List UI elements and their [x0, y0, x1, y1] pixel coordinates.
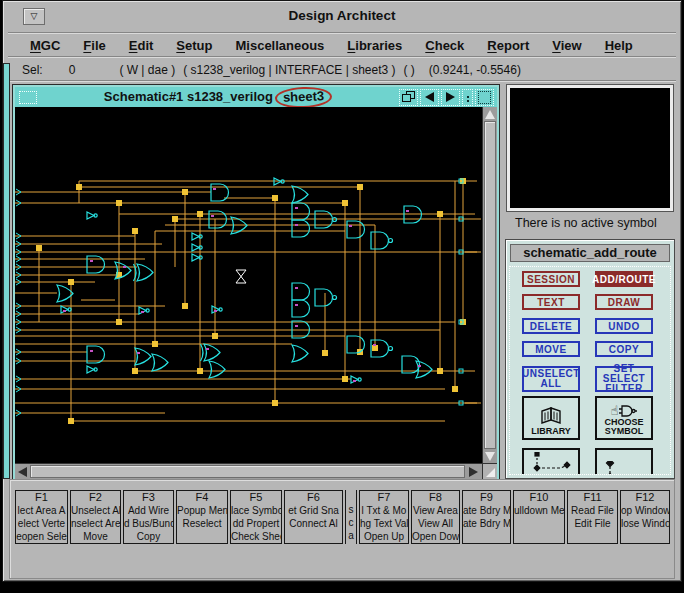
schematic-title: Schematic#1 s1238_verilogsheet3: [37, 87, 399, 108]
add-route-button[interactable]: ADD/ROUTE: [595, 271, 653, 287]
active-symbol-status: There is no active symbol: [507, 214, 673, 232]
vertical-scrollbar-thumb[interactable]: [484, 121, 496, 449]
window-menu-icon[interactable]: [19, 91, 37, 104]
left-arrow-icon[interactable]: [15, 464, 30, 479]
library-button[interactable]: LIBRARY: [522, 396, 580, 440]
menu-mgc[interactable]: MGC: [30, 38, 60, 53]
menu-edit[interactable]: Edit: [129, 38, 154, 53]
fkey-f5[interactable]: F5 lace Symbodd PropertCheck Shee: [230, 490, 282, 544]
menu-check[interactable]: Check: [425, 38, 464, 53]
triangle-down-icon: ▽: [31, 11, 38, 21]
menu-setup[interactable]: Setup: [176, 38, 212, 53]
right-arrow-icon[interactable]: [466, 464, 481, 479]
status-cursor-coordinates: (0.9241, -0.5546): [429, 63, 521, 77]
horizontal-scrollbar-thumb[interactable]: [30, 465, 465, 478]
cursor-glyph: [236, 270, 246, 283]
fkey-f9[interactable]: F9 ate Bdry Mate Bdry M: [462, 490, 511, 544]
active-symbol-preview: [507, 85, 673, 211]
menu-file[interactable]: File: [83, 38, 105, 53]
move-button[interactable]: MOVE: [522, 341, 580, 357]
unselect-all-button[interactable]: UNSELECT ALL: [522, 366, 580, 392]
schematic-drawing: [15, 107, 482, 463]
fkey-f7[interactable]: F7 l Txt & Mohg Text ValOpen Up: [359, 490, 409, 544]
selected-nets: [15, 181, 481, 421]
menu-miscellaneous[interactable]: Miscellaneous: [235, 38, 324, 53]
schematic-window: Schematic#1 s1238_verilogsheet3: [13, 85, 499, 481]
status-design-context: ( s1238_verilog | INTERFACE | sheet3 ): [183, 63, 395, 77]
palette-body: SESSION ADD/ROUTE TEXT DRAW DELETE UNDO …: [509, 266, 671, 475]
maximize-icon[interactable]: [475, 89, 494, 106]
add-bus-icon: [602, 461, 646, 475]
schematic-titlebar[interactable]: Schematic#1 s1238_verilogsheet3: [15, 87, 497, 108]
input-pins: [16, 189, 21, 416]
library-book-icon: [539, 406, 563, 426]
status-mode: ( W | dae ): [119, 63, 175, 77]
schematic-window-controls: [399, 89, 494, 106]
window-edge-accent: [3, 63, 10, 479]
down-arrow-icon[interactable]: [483, 449, 497, 463]
vertex-markers: [36, 178, 466, 424]
selection-count: 0: [69, 63, 76, 77]
up-arrow-icon[interactable]: [483, 107, 497, 121]
fkey-f1[interactable]: F1 lect Area Aelect Verteeopen Sele: [15, 490, 68, 544]
add-wire-button[interactable]: ADD: [522, 448, 580, 475]
selection-label: Sel:: [22, 63, 43, 77]
palette-title: schematic_add_route: [510, 244, 670, 262]
sheet3-red-ellipse-annotation: sheet3: [275, 86, 333, 109]
dots-icon[interactable]: [462, 89, 473, 106]
status-bar: Sel: 0 ( W | dae ) ( s1238_verilog | INT…: [8, 60, 676, 82]
fkey-f4[interactable]: F4 Popup MenReselect: [176, 490, 228, 544]
choose-symbol-hand-icon: ☝: [611, 404, 638, 417]
copy-button[interactable]: COPY: [595, 341, 653, 357]
choose-symbol-button[interactable]: ☝ CHOOSE SYMBOL: [595, 396, 653, 440]
window-menu-button[interactable]: ▽: [23, 8, 45, 25]
draw-button[interactable]: DRAW: [595, 294, 653, 310]
palette-window: schematic_add_route SESSION ADD/ROUTE TE…: [505, 239, 675, 479]
left-arrow-icon[interactable]: [420, 89, 439, 106]
fkey-f10[interactable]: F10 ulldown Me: [513, 490, 565, 544]
delete-button[interactable]: DELETE: [522, 318, 580, 334]
vertical-scrollbar[interactable]: [482, 107, 497, 463]
titlebar: ▽ Design Architect: [7, 4, 677, 26]
right-arrow-icon[interactable]: [441, 89, 460, 106]
right-panel: There is no active symbol schematic_add_…: [505, 85, 677, 481]
design-architect-window: ▽ Design Architect MGC File Edit Setup M…: [2, 0, 682, 582]
fkey-f3[interactable]: F3 Add Wired Bus/BundCopy: [123, 490, 174, 544]
window-title: Design Architect: [7, 8, 677, 23]
status-empty-group: ( ): [404, 63, 415, 77]
session-button[interactable]: SESSION: [522, 271, 580, 287]
fkey-f11[interactable]: F11 Read FileEdit File: [567, 490, 618, 544]
horizontal-scrollbar[interactable]: [15, 463, 482, 479]
function-key-panel: F1 lect Area Aelect Verteeopen Sele F2 U…: [9, 479, 675, 579]
fkey-f2[interactable]: F2 Unselect Alnselect AreMove: [70, 490, 121, 544]
resize-corner-icon[interactable]: [482, 463, 497, 479]
fkey-f12[interactable]: F12 op Windowlose Windo: [620, 490, 670, 544]
menu-report[interactable]: Report: [487, 38, 529, 53]
text-button[interactable]: TEXT: [522, 294, 580, 310]
add-wire-icon: [529, 452, 573, 475]
add-bus-button[interactable]: [595, 448, 653, 475]
pin-labels: [63, 188, 421, 382]
menu-view[interactable]: View: [552, 38, 581, 53]
schematic-canvas[interactable]: [15, 107, 482, 463]
fkey-f6[interactable]: F6 et Grid SnaConnect Al: [284, 490, 343, 544]
fkey-overlap-strip: sca: [345, 490, 357, 544]
desktop: { "window": { "title": "Design Architect…: [0, 0, 684, 593]
menu-bar: MGC File Edit Setup Miscellaneous Librar…: [8, 32, 676, 58]
undo-button[interactable]: UNDO: [595, 318, 653, 334]
fkey-f8[interactable]: F8 View AreaView AllOpen Down: [411, 490, 460, 544]
menu-libraries[interactable]: Libraries: [347, 38, 402, 53]
restore-icon[interactable]: [399, 89, 418, 106]
menu-help[interactable]: Help: [605, 38, 633, 53]
set-select-filter-button[interactable]: SET SELECT FILTER: [595, 366, 653, 392]
